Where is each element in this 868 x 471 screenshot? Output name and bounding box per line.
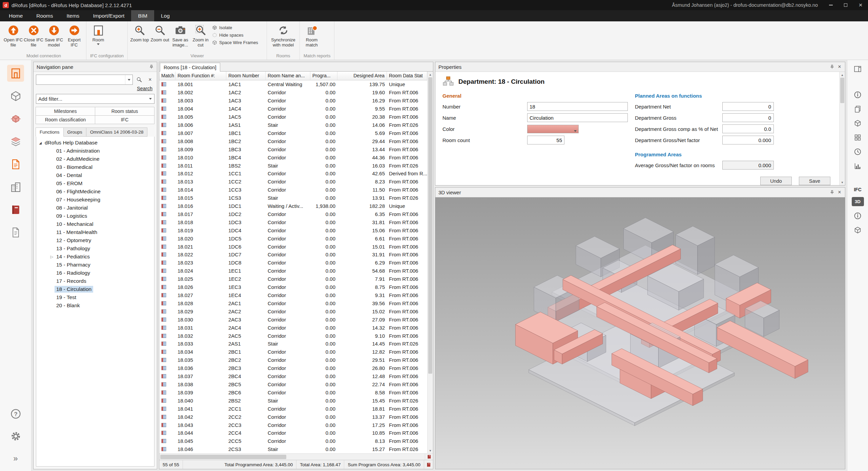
- synchronize-with-model-button[interactable]: Synchronize with model: [269, 22, 298, 53]
- search-dropdown-button[interactable]: [125, 75, 132, 84]
- room-config-button[interactable]: Room: [88, 22, 108, 53]
- sidebar-documents-button[interactable]: [7, 156, 24, 173]
- table-row[interactable]: 18.013 1CC2 Corridor 0.00 8.23 From RT.0…: [159, 178, 427, 186]
- grid-button[interactable]: [853, 133, 863, 142]
- number-input[interactable]: [527, 102, 628, 111]
- tree-item[interactable]: 10 - Mechanical: [38, 220, 154, 228]
- tree-item[interactable]: 04 - Dental: [38, 171, 154, 179]
- table-row[interactable]: 18.022 1DC7 Corridor 0.00 31.91 From RT.…: [159, 251, 427, 259]
- table-row[interactable]: 18.046 2CS3 Stair 0.00 15.27 From RT.026: [159, 445, 427, 453]
- scroll-up-button[interactable]: ▲: [428, 72, 433, 77]
- tree-item[interactable]: 09 - Logistics: [38, 212, 154, 220]
- table-row[interactable]: 18.038 2BC5 Corridor 0.00 22.74 From RT.…: [159, 380, 427, 389]
- history-button[interactable]: [853, 147, 863, 156]
- table-row[interactable]: 18.001 1AC1 Central Waiting 1,507.00 139…: [159, 80, 427, 89]
- table-row[interactable]: 18.015 1CS3 Stair 0.00 13.91 From RT.026: [159, 194, 427, 202]
- table-row[interactable]: 18.006 1AS1 Stair 0.00 14.06 From RT.026: [159, 121, 427, 129]
- search-link[interactable]: Search: [137, 86, 152, 91]
- table-row[interactable]: 18.044 2CC4 Corridor 0.00 10.85 From RT.…: [159, 429, 427, 437]
- tree-item[interactable]: 18 - Circulation: [38, 285, 154, 293]
- table-row[interactable]: 18.032 2AC5 Corridor 0.00 9.10 From RT.0…: [159, 332, 427, 340]
- table-row[interactable]: 18.031 2AC4 Corridor 0.00 14.32 From RT.…: [159, 323, 427, 332]
- expand-sidebar-button[interactable]: »: [7, 450, 24, 467]
- color-picker[interactable]: [527, 125, 579, 133]
- table-row[interactable]: 18.005 1AC5 Corridor 0.00 20.38 From RT.…: [159, 113, 427, 121]
- name-input[interactable]: [527, 113, 628, 122]
- pin-panel-button[interactable]: [148, 63, 155, 71]
- scrollbar-thumb[interactable]: [840, 78, 844, 103]
- save-button[interactable]: Save: [799, 177, 830, 185]
- scrollbar-thumb[interactable]: [160, 455, 286, 459]
- table-row[interactable]: 18.033 2AS1 Stair 0.00 14.45 From RT.026: [159, 340, 427, 348]
- table-row[interactable]: 18.037 2BC4 Corridor 0.00 12.48 From RT.…: [159, 372, 427, 380]
- zoom-top-button[interactable]: Zoom top: [129, 22, 150, 53]
- sidebar-templates-button[interactable]: [7, 224, 24, 241]
- table-row[interactable]: 18.024 1EC1 Corridor 0.00 54.68 From RT.…: [159, 267, 427, 275]
- property-value[interactable]: 0.000: [722, 136, 774, 144]
- table-row[interactable]: 18.030 2AC3 Corridor 0.00 27.09 From RT.…: [159, 315, 427, 323]
- table-row[interactable]: 18.019 1DC4 Corridor 0.00 15.06 From RT.…: [159, 226, 427, 234]
- table-row[interactable]: 18.023 1DC8 Corridor 0.00 6.29 From RT.0…: [159, 259, 427, 267]
- table-row[interactable]: 18.035 2BC2 Corridor 0.00 29.51 From RT.…: [159, 356, 427, 364]
- close-panel-button[interactable]: ×: [836, 63, 843, 71]
- column-header-room-function[interactable]: Room Function #:: [175, 72, 226, 80]
- tree-item[interactable]: 02 - AdultMedicine: [38, 155, 154, 163]
- navigation-mode-tab[interactable]: OmniClass 14 2006-03-28: [86, 127, 148, 137]
- table-row[interactable]: 18.010 1BC4 Corridor 0.00 44.36 From RT.…: [159, 153, 427, 161]
- table-row[interactable]: 18.040 2BS2 Stair 0.00 15.45 From RT.026: [159, 396, 427, 405]
- table-row[interactable]: 18.018 1DC3 Corridor 0.00 31.81 From RT.…: [159, 218, 427, 226]
- table-row[interactable]: 18.020 1DC5 Corridor 0.00 6.61 From RT.0…: [159, 234, 427, 242]
- table-row[interactable]: 18.041 2CC1 Corridor 0.00 18.81 From RT.…: [159, 405, 427, 413]
- table-row[interactable]: 18.002 1AC2 Corridor 0.00 19.60 From RT.…: [159, 89, 427, 97]
- sidebar-items-button[interactable]: [7, 110, 24, 127]
- table-row[interactable]: 18.026 1EC3 Corridor 0.00 8.75 From RT.0…: [159, 283, 427, 291]
- tree-item[interactable]: 13 - Pathology: [38, 244, 154, 253]
- table-row[interactable]: 18.011 1BS2 Stair 0.00 16.03 From RT.026: [159, 161, 427, 170]
- export-ifc-button[interactable]: Export IFC: [64, 22, 84, 53]
- scroll-up-button[interactable]: ▲: [840, 72, 845, 78]
- search-button[interactable]: [135, 75, 144, 84]
- tree-item[interactable]: 05 - EROM: [38, 179, 154, 188]
- info-button[interactable]: [853, 211, 863, 220]
- sidebar-rooms-button[interactable]: [7, 65, 24, 82]
- column-header-designed-area[interactable]: Designed Area: [337, 72, 387, 80]
- view-3d-button[interactable]: 3D: [852, 197, 864, 206]
- save-ifc-model-button[interactable]: Save IFC model: [44, 22, 64, 53]
- zoom-in-cut-button[interactable]: Zoom in cut: [190, 22, 211, 53]
- ribbon-tab[interactable]: Rooms: [29, 10, 60, 21]
- property-value[interactable]: 0.000: [722, 161, 774, 170]
- add-filter-dropdown[interactable]: Add filter...: [36, 94, 154, 104]
- table-row[interactable]: 18.043 2CC3 Corridor 0.00 17.25 From RT.…: [159, 421, 427, 429]
- property-value[interactable]: 0: [722, 113, 774, 122]
- filter-button[interactable]: Room classification: [36, 115, 95, 124]
- scroll-down-button[interactable]: ▼: [840, 179, 845, 185]
- tree-item[interactable]: 20 - Blank: [38, 301, 154, 310]
- ribbon-tab[interactable]: Import/Export: [86, 10, 131, 21]
- viewer-3d-canvas[interactable]: [435, 197, 845, 469]
- column-header-room-data-status[interactable]: Room Data Stat: [387, 72, 427, 80]
- tree-item[interactable]: 01 - Administration: [38, 147, 154, 155]
- viewer-toggle[interactable]: Hide spaces: [212, 33, 262, 38]
- sidebar-reports-button[interactable]: [7, 201, 24, 218]
- undo-button[interactable]: Undo: [760, 177, 792, 185]
- settings-button[interactable]: [7, 428, 24, 445]
- tree-item[interactable]: 17 - Records: [38, 277, 154, 285]
- help-button[interactable]: [7, 405, 24, 422]
- table-row[interactable]: 18.029 2AC2 Corridor 0.00 15.02 From RT.…: [159, 307, 427, 315]
- ribbon-tab[interactable]: Log: [154, 10, 177, 21]
- tree-item[interactable]: 03 - Biomedical: [38, 163, 154, 171]
- sidebar-models-button[interactable]: [7, 87, 24, 104]
- navigation-mode-tab[interactable]: Functions: [36, 127, 64, 137]
- table-row[interactable]: 18.025 1EC2 Corridor 0.00 7.91 From RT.0…: [159, 275, 427, 283]
- panel-layout-button[interactable]: [853, 64, 863, 74]
- clear-search-button[interactable]: ×: [146, 75, 154, 84]
- tree-item[interactable]: 19 - Test: [38, 293, 154, 301]
- ribbon-tab[interactable]: Items: [60, 10, 86, 21]
- model-cube-button[interactable]: [853, 225, 863, 235]
- room-count-input[interactable]: [527, 136, 564, 144]
- table-row[interactable]: 18.021 1DC6 Corridor 0.00 15.01 From RT.…: [159, 242, 427, 251]
- tree-expander-icon[interactable]: [38, 141, 43, 145]
- pin-panel-button[interactable]: [828, 63, 836, 71]
- search-input[interactable]: [36, 75, 133, 85]
- vertical-scrollbar[interactable]: ▲ ▼: [427, 72, 433, 453]
